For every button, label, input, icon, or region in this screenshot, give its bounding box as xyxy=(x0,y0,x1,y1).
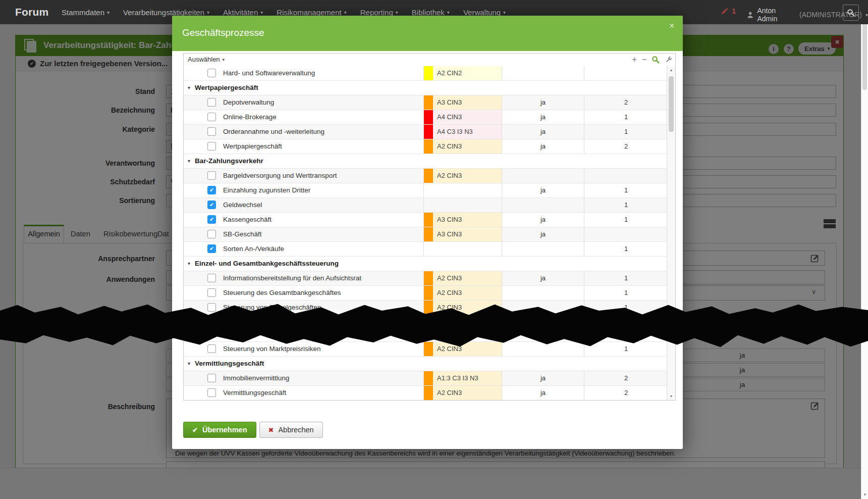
process-row[interactable]: Bargeldversorgung und WerttransportA2 CI… xyxy=(184,169,667,183)
count-cell: 1 xyxy=(584,286,667,300)
risk-cell xyxy=(423,183,502,197)
scroll-up-icon[interactable]: ▲ xyxy=(667,68,675,72)
group-row[interactable]: ▾Vermittlungsgeschäft xyxy=(184,357,667,371)
process-row[interactable]: WertpapiergeschäftA2 CIN3ja2 xyxy=(184,139,667,154)
count-cell: 1 xyxy=(584,271,667,285)
scrollbar-thumb[interactable] xyxy=(669,76,674,132)
group-label: Einzel- und Gesamtbankgeschäftssteuerung xyxy=(195,257,339,271)
app-logo[interactable]: Forum xyxy=(15,6,48,18)
logo-text-forum: Forum xyxy=(15,6,48,18)
caret-down-icon: ▾ xyxy=(503,10,506,15)
row-checkbox-checked[interactable]: ✔ xyxy=(207,215,216,224)
group-row[interactable]: ▾Bar-Zahlungsverkehr xyxy=(184,154,667,169)
table-search-icon[interactable] xyxy=(652,56,660,64)
risk-rating: A2 CIN3 xyxy=(437,139,462,154)
modal-close-icon[interactable]: ✕ xyxy=(669,22,675,30)
row-checkbox[interactable] xyxy=(207,374,216,382)
process-row[interactable]: ✔KassengeschäftA3 CIN3ja1 xyxy=(184,213,667,227)
auswaehlen-dropdown[interactable]: Auswählen ▾ xyxy=(188,56,225,63)
row-checkbox[interactable] xyxy=(207,344,216,353)
edit-lock-indicator[interactable]: 1 xyxy=(721,7,736,15)
menu-aktivitaeten[interactable]: Aktivitäten▾ xyxy=(223,8,263,17)
process-row[interactable]: VermittlungsgeschäftA2 CIN3ja2 xyxy=(184,386,667,400)
process-row[interactable]: DepotverwaltungA3 CIN3ja2 xyxy=(184,95,667,110)
risk-cell: A3 CIN3 xyxy=(423,213,502,227)
menu-verwaltung[interactable]: Verwaltung▾ xyxy=(463,8,506,17)
ja-cell: ja xyxy=(502,183,584,197)
scroll-down-icon[interactable]: ▼ xyxy=(861,492,868,497)
ja-cell xyxy=(502,198,584,212)
table-scrollbar[interactable]: ▲ ▼ xyxy=(667,66,675,400)
risk-color-bar xyxy=(424,342,433,356)
row-checkbox[interactable] xyxy=(207,113,216,121)
ja-cell: ja xyxy=(502,227,584,241)
caret-down-icon: ▾ xyxy=(260,10,263,15)
caret-down-icon: ▾ xyxy=(107,10,110,15)
row-checkbox-checked[interactable]: ✔ xyxy=(207,201,216,209)
auswaehlen-label: Auswählen xyxy=(188,56,220,63)
menu-stammdaten[interactable]: Stammdaten▾ xyxy=(62,8,110,17)
collapse-all-icon[interactable]: − xyxy=(642,55,646,64)
row-checkbox[interactable] xyxy=(207,274,216,282)
process-label: Online-Brokerage xyxy=(223,110,277,124)
row-checkbox[interactable] xyxy=(207,388,216,397)
uebernehmen-button[interactable]: ✔ Übernehmen xyxy=(183,422,256,438)
page-scrollbar[interactable]: ▲ ▼ xyxy=(861,0,868,499)
modal-abbrechen-button[interactable]: ✖ Abbrechen xyxy=(259,422,323,438)
process-row[interactable]: Orderannahme und -weiterleitungA4 C3 I3 … xyxy=(184,125,667,139)
count-cell: 2 xyxy=(584,386,667,400)
menu-reporting[interactable]: Reporting▾ xyxy=(360,8,398,17)
process-row[interactable]: ImmobilienvermittlungA1:3 C3 I3 N3ja2 xyxy=(184,371,667,386)
caret-down-icon: ▾ xyxy=(447,10,450,15)
row-checkbox[interactable] xyxy=(207,171,216,180)
count-cell xyxy=(584,66,667,80)
group-row[interactable]: ▾Einzel- und Gesamtbankgeschäftssteuerun… xyxy=(184,257,667,271)
row-checkbox[interactable] xyxy=(207,230,216,238)
risk-cell: A2 CIN2 xyxy=(423,66,502,80)
process-label: Steuerung von Marktpreisrisiken xyxy=(223,342,321,356)
risk-cell: A2 CIN3 xyxy=(423,139,502,154)
process-row[interactable]: ✔Sorten An-/Verkäufe1 xyxy=(184,242,667,257)
user-name: Anton Admin xyxy=(757,7,796,23)
process-row[interactable]: Steuerung von MarktpreisrisikenA2 CIN31 xyxy=(184,342,667,357)
row-checkbox[interactable] xyxy=(207,127,216,136)
person-icon xyxy=(747,11,754,19)
count-cell: 2 xyxy=(584,139,667,154)
risk-color-bar xyxy=(424,386,433,400)
process-label: SB-Geschäft xyxy=(223,227,262,241)
collapse-caret-icon: ▾ xyxy=(188,257,190,271)
menu-risikomanagement[interactable]: Risikomanagement▾ xyxy=(277,8,346,17)
row-checkbox[interactable] xyxy=(207,98,216,107)
count-cell: 1 xyxy=(584,125,667,139)
row-checkbox-checked[interactable]: ✔ xyxy=(207,186,216,194)
expand-all-icon[interactable]: + xyxy=(632,55,636,64)
menu-verarbeitungstaetigkeiten[interactable]: Verarbeitungstätigkeiten▾ xyxy=(123,8,209,17)
cross-icon: ✖ xyxy=(268,426,274,434)
group-row[interactable]: ▾Wertpapiergeschäft xyxy=(184,81,667,95)
risk-color-bar xyxy=(424,371,433,385)
row-checkbox-checked[interactable]: ✔ xyxy=(207,244,216,253)
row-checkbox[interactable] xyxy=(207,288,216,297)
process-label: Sorten An-/Verkäufe xyxy=(223,242,284,256)
row-checkbox[interactable] xyxy=(207,69,216,77)
process-row[interactable]: Steuerung des GesamtbankgeschäftesA2 CIN… xyxy=(184,286,667,301)
row-checkbox[interactable] xyxy=(207,142,216,151)
process-row[interactable]: Informationsbereitstellung für den Aufsi… xyxy=(184,271,667,286)
collapse-caret-icon: ▾ xyxy=(188,81,190,95)
process-row[interactable]: Online-BrokerageA4 CIN3ja1 xyxy=(184,110,667,125)
row-checkbox[interactable] xyxy=(207,303,216,312)
process-row[interactable]: Hard- und SoftwareverwaltungA2 CIN2 xyxy=(184,66,667,81)
ja-cell: ja xyxy=(502,95,584,110)
search-button[interactable] xyxy=(843,5,859,21)
settings-wrench-icon[interactable] xyxy=(665,56,672,64)
caret-down-icon: ▾ xyxy=(396,10,398,15)
process-row[interactable]: ✔Geldwechsel1 xyxy=(184,198,667,213)
risk-rating: A2 CIN3 xyxy=(437,271,462,285)
process-row[interactable]: ✔Einzahlung zugunsten Dritterja1 xyxy=(184,183,667,198)
menu-bibliothek[interactable]: Bibliothek▾ xyxy=(412,8,450,17)
collapse-caret-icon: ▾ xyxy=(188,154,190,168)
process-row[interactable]: SB-GeschäftA3 CIN3ja xyxy=(184,227,667,242)
scroll-down-icon[interactable]: ▼ xyxy=(667,394,675,398)
process-label: Orderannahme und -weiterleitung xyxy=(223,125,324,139)
process-table: Auswählen ▾ + − Hard- und Softwareverwal… xyxy=(183,53,676,401)
